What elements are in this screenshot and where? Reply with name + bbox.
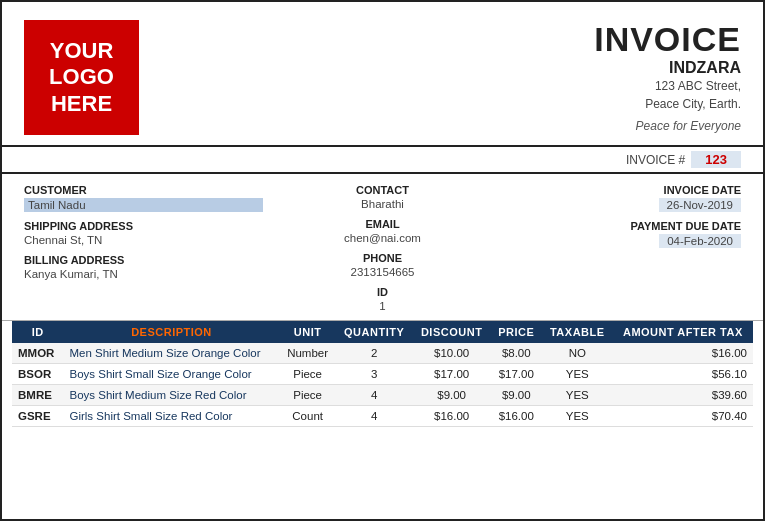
logo-line2: LOGO: [49, 64, 114, 90]
phone-value: 2313154665: [351, 266, 415, 278]
cell-amount: $56.10: [613, 364, 753, 385]
company-address-line1: 123 ABC Street,: [655, 79, 741, 93]
cell-quantity: 4: [336, 385, 413, 406]
table-row: GSRE Girls Shirt Small Size Red Color Co…: [12, 406, 753, 427]
shipping-value: Chennai St, TN: [24, 234, 263, 246]
email-label: EMAIL: [365, 218, 399, 230]
company-info: INVOICE INDZARA 123 ABC Street, Peace Ci…: [594, 20, 741, 133]
invoice-date-label: INVOICE DATE: [664, 184, 741, 196]
company-address: 123 ABC Street, Peace City, Earth.: [594, 77, 741, 113]
cell-id: BMRE: [12, 385, 63, 406]
logo-line3: HERE: [51, 91, 112, 117]
cell-taxable: NO: [542, 343, 613, 364]
invoice-table: ID DESCRIPTION UNIT QUANTITY DISCOUNT PR…: [12, 321, 753, 427]
cell-quantity: 2: [336, 343, 413, 364]
cell-amount: $39.60: [613, 385, 753, 406]
cell-description: Men Shirt Medium Size Orange Color: [63, 343, 279, 364]
company-name: INDZARA: [594, 59, 741, 77]
cell-quantity: 4: [336, 406, 413, 427]
billing-value: Kanya Kumari, TN: [24, 268, 263, 280]
info-section: CUSTOMER Tamil Nadu SHIPPING ADDRESS Che…: [2, 174, 763, 321]
customer-value: Tamil Nadu: [24, 198, 263, 212]
cell-price: $8.00: [491, 343, 542, 364]
col-description: DESCRIPTION: [63, 321, 279, 343]
cell-price: $17.00: [491, 364, 542, 385]
header-section: YOUR LOGO HERE INVOICE INDZARA 123 ABC S…: [2, 2, 763, 147]
shipping-label: SHIPPING ADDRESS: [24, 220, 263, 232]
cell-description: Girls Shirt Small Size Red Color: [63, 406, 279, 427]
table-section: ID DESCRIPTION UNIT QUANTITY DISCOUNT PR…: [2, 321, 763, 519]
col-discount: DISCOUNT: [413, 321, 491, 343]
invoice-title: INVOICE: [594, 20, 741, 59]
cell-discount: $9.00: [413, 385, 491, 406]
cell-taxable: YES: [542, 364, 613, 385]
customer-label: CUSTOMER: [24, 184, 263, 196]
cell-description: Boys Shirt Medium Size Red Color: [63, 385, 279, 406]
customer-column: CUSTOMER Tamil Nadu SHIPPING ADDRESS Che…: [24, 184, 263, 312]
table-header-row: ID DESCRIPTION UNIT QUANTITY DISCOUNT PR…: [12, 321, 753, 343]
phone-label: PHONE: [363, 252, 402, 264]
invoice-date-value: 26-Nov-2019: [659, 198, 741, 212]
payment-due-label: PAYMENT DUE DATE: [631, 220, 741, 232]
company-address-line2: Peace City, Earth.: [645, 97, 741, 111]
cell-price: $9.00: [491, 385, 542, 406]
cell-discount: $16.00: [413, 406, 491, 427]
table-row: BMRE Boys Shirt Medium Size Red Color Pi…: [12, 385, 753, 406]
cell-id: BSOR: [12, 364, 63, 385]
payment-due-value: 04-Feb-2020: [659, 234, 741, 248]
cell-amount: $16.00: [613, 343, 753, 364]
col-amount: AMOUNT AFTER TAX: [613, 321, 753, 343]
dates-column: INVOICE DATE 26-Nov-2019 PAYMENT DUE DAT…: [502, 184, 741, 312]
cell-description: Boys Shirt Small Size Orange Color: [63, 364, 279, 385]
table-body: MMOR Men Shirt Medium Size Orange Color …: [12, 343, 753, 427]
invoice-container: YOUR LOGO HERE INVOICE INDZARA 123 ABC S…: [0, 0, 765, 521]
cell-amount: $70.40: [613, 406, 753, 427]
cell-id: GSRE: [12, 406, 63, 427]
logo-box: YOUR LOGO HERE: [24, 20, 139, 135]
invoice-number-value: 123: [691, 151, 741, 168]
contact-label: CONTACT: [356, 184, 409, 196]
cell-quantity: 3: [336, 364, 413, 385]
contact-value: Bharathi: [361, 198, 404, 210]
invoice-number-row: INVOICE # 123: [2, 147, 763, 174]
contact-column: CONTACT Bharathi EMAIL chen@nai.com PHON…: [263, 184, 502, 312]
cell-unit: Piece: [280, 385, 336, 406]
col-unit: UNIT: [280, 321, 336, 343]
col-quantity: QUANTITY: [336, 321, 413, 343]
cell-discount: $17.00: [413, 364, 491, 385]
col-price: PRICE: [491, 321, 542, 343]
cell-discount: $10.00: [413, 343, 491, 364]
email-value: chen@nai.com: [344, 232, 421, 244]
billing-label: BILLING ADDRESS: [24, 254, 263, 266]
logo-line1: YOUR: [50, 38, 114, 64]
invoice-number-label: INVOICE #: [626, 153, 685, 167]
id-label: ID: [377, 286, 388, 298]
col-taxable: TAXABLE: [542, 321, 613, 343]
cell-id: MMOR: [12, 343, 63, 364]
cell-unit: Piece: [280, 364, 336, 385]
table-header: ID DESCRIPTION UNIT QUANTITY DISCOUNT PR…: [12, 321, 753, 343]
id-value: 1: [379, 300, 385, 312]
cell-unit: Count: [280, 406, 336, 427]
cell-taxable: YES: [542, 385, 613, 406]
cell-price: $16.00: [491, 406, 542, 427]
cell-unit: Number: [280, 343, 336, 364]
table-row: BSOR Boys Shirt Small Size Orange Color …: [12, 364, 753, 385]
cell-taxable: YES: [542, 406, 613, 427]
company-tagline: Peace for Everyone: [594, 119, 741, 133]
col-id: ID: [12, 321, 63, 343]
table-row: MMOR Men Shirt Medium Size Orange Color …: [12, 343, 753, 364]
